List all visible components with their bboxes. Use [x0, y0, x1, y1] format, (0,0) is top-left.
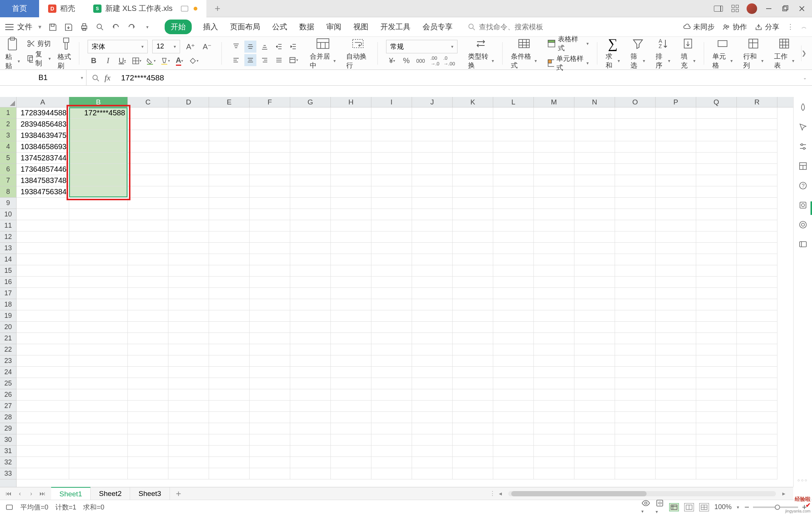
- cell-L25[interactable]: [493, 378, 534, 389]
- cell-H29[interactable]: [331, 423, 371, 434]
- cell-I19[interactable]: [371, 310, 412, 322]
- menu-tab-data[interactable]: 数据: [298, 20, 315, 34]
- cell-H11[interactable]: [331, 220, 371, 231]
- cell-N1[interactable]: [574, 107, 615, 119]
- cell-A30[interactable]: [17, 434, 69, 446]
- panel-toggle-icon[interactable]: [714, 4, 723, 14]
- cell-C22[interactable]: [128, 344, 168, 355]
- cell-C26[interactable]: [128, 389, 168, 401]
- sidebar-rocket-icon[interactable]: [798, 102, 808, 113]
- cell-O11[interactable]: [615, 220, 656, 231]
- cell-L30[interactable]: [493, 434, 534, 446]
- cell-I22[interactable]: [371, 344, 412, 355]
- row-header-26[interactable]: 26: [0, 389, 16, 401]
- cell-I6[interactable]: [371, 164, 412, 175]
- cell-O16[interactable]: [615, 277, 656, 288]
- qat-dropdown-icon[interactable]: ▾: [142, 22, 153, 32]
- cell-H7[interactable]: [331, 175, 371, 186]
- cell-I33[interactable]: [371, 468, 412, 479]
- cell-M20[interactable]: [534, 322, 574, 333]
- cell-R15[interactable]: [737, 265, 777, 277]
- decrease-font-icon[interactable]: A⁻: [201, 41, 213, 53]
- cell-J33[interactable]: [412, 468, 453, 479]
- cell-A32[interactable]: [17, 457, 69, 468]
- cell-C15[interactable]: [128, 265, 168, 277]
- row-header-20[interactable]: 20: [0, 322, 16, 333]
- cell-E1[interactable]: [209, 107, 250, 119]
- status-mode-icon[interactable]: [5, 503, 14, 511]
- cell-K22[interactable]: [453, 344, 493, 355]
- cell-M23[interactable]: [534, 355, 574, 367]
- cell-C2[interactable]: [128, 119, 168, 130]
- cell-I1[interactable]: [371, 107, 412, 119]
- cell-E16[interactable]: [209, 277, 250, 288]
- cell-C21[interactable]: [128, 333, 168, 344]
- cell-Q32[interactable]: [696, 457, 737, 468]
- sort-button[interactable]: AZ排序▾: [652, 37, 674, 70]
- row-header-27[interactable]: 27: [0, 401, 16, 412]
- menu-more-icon[interactable]: ⋮: [787, 23, 794, 31]
- cell-Q2[interactable]: [696, 119, 737, 130]
- cell-E14[interactable]: [209, 254, 250, 265]
- sheet-tab-1[interactable]: Sheet1: [51, 487, 91, 500]
- cell-F18[interactable]: [250, 299, 290, 310]
- col-header-L[interactable]: L: [493, 97, 534, 107]
- row-header-28[interactable]: 28: [0, 412, 16, 423]
- cell-J29[interactable]: [412, 423, 453, 434]
- cell-R8[interactable]: [737, 186, 777, 198]
- cell-F23[interactable]: [250, 355, 290, 367]
- row-header-32[interactable]: 32: [0, 457, 16, 468]
- cell-C14[interactable]: [128, 254, 168, 265]
- align-bottom-icon[interactable]: [259, 41, 271, 53]
- sheet-prev-icon[interactable]: ‹: [15, 489, 25, 499]
- cell-O31[interactable]: [615, 446, 656, 457]
- cell-N18[interactable]: [574, 299, 615, 310]
- cell-K9[interactable]: [453, 198, 493, 209]
- cell-D12[interactable]: [168, 231, 209, 243]
- cell-K2[interactable]: [453, 119, 493, 130]
- cell-I12[interactable]: [371, 231, 412, 243]
- format-painter-button[interactable]: 格式刷: [58, 52, 75, 70]
- sidebar-more-icon[interactable]: [798, 239, 808, 249]
- cell-Q29[interactable]: [696, 423, 737, 434]
- cell-C4[interactable]: [128, 141, 168, 153]
- save-icon[interactable]: [47, 22, 58, 32]
- cell-P17[interactable]: [656, 288, 696, 299]
- cell-R28[interactable]: [737, 412, 777, 423]
- undo-icon[interactable]: [111, 22, 121, 32]
- cell-F8[interactable]: [250, 186, 290, 198]
- cell-M18[interactable]: [534, 299, 574, 310]
- cell-A15[interactable]: [17, 265, 69, 277]
- collab-button[interactable]: 协作: [722, 22, 747, 32]
- cell-N19[interactable]: [574, 310, 615, 322]
- cell-R16[interactable]: [737, 277, 777, 288]
- col-header-E[interactable]: E: [209, 97, 250, 107]
- cell-M4[interactable]: [534, 141, 574, 153]
- cell-B27[interactable]: [69, 401, 128, 412]
- cell-K10[interactable]: [453, 209, 493, 220]
- number-format-select[interactable]: 常规▾: [386, 40, 458, 53]
- sheet-first-icon[interactable]: ⏮: [4, 489, 14, 499]
- cell-M24[interactable]: [534, 367, 574, 378]
- cell-A29[interactable]: [17, 423, 69, 434]
- cell-F2[interactable]: [250, 119, 290, 130]
- cell-D16[interactable]: [168, 277, 209, 288]
- cell-Q28[interactable]: [696, 412, 737, 423]
- cell-D6[interactable]: [168, 164, 209, 175]
- cell-C1[interactable]: [128, 107, 168, 119]
- cell-M10[interactable]: [534, 209, 574, 220]
- cell-F26[interactable]: [250, 389, 290, 401]
- cell-E26[interactable]: [209, 389, 250, 401]
- table-style-button[interactable]: 表格样式▾: [547, 35, 589, 53]
- col-header-B[interactable]: B: [69, 97, 128, 107]
- cell-F4[interactable]: [250, 141, 290, 153]
- row-header-11[interactable]: 11: [0, 220, 16, 231]
- cell-B6[interactable]: [69, 164, 128, 175]
- cell-I32[interactable]: [371, 457, 412, 468]
- cell-P28[interactable]: [656, 412, 696, 423]
- cell-F20[interactable]: [250, 322, 290, 333]
- cell-E12[interactable]: [209, 231, 250, 243]
- cell-C10[interactable]: [128, 209, 168, 220]
- cell-K12[interactable]: [453, 231, 493, 243]
- cell-D33[interactable]: [168, 468, 209, 479]
